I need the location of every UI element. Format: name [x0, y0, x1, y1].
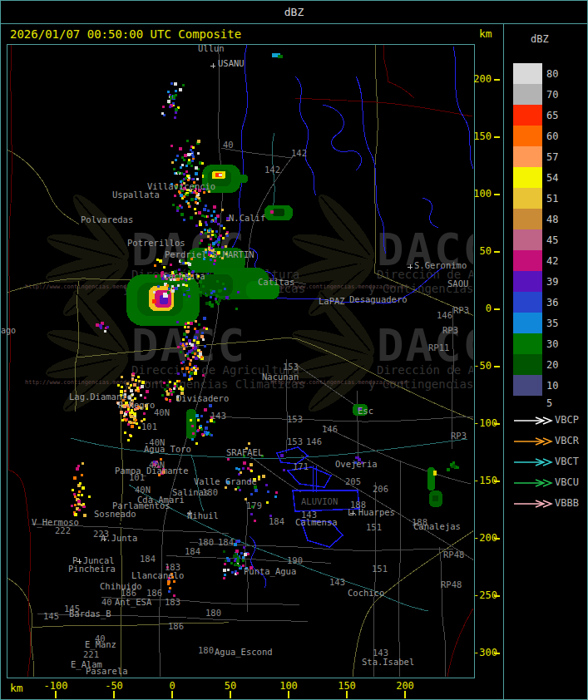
x-tick — [55, 691, 57, 698]
map-label: 143 — [329, 577, 345, 587]
map-label: RP3 — [451, 431, 467, 441]
map-label: Nacunan — [262, 372, 299, 382]
map-label: RP3 — [453, 305, 469, 315]
map-label: 142 — [264, 165, 280, 175]
map-label: 151 — [372, 564, 388, 574]
timestamp-label: 2026/01/07 00:50:00 UTC Composite — [10, 27, 241, 41]
map-label: RP3 — [442, 325, 458, 335]
scale-value-label: 10 — [546, 380, 558, 392]
vector-label: VBBB — [555, 497, 579, 509]
x-tick — [171, 691, 173, 698]
scale-value-label: 48 — [546, 214, 558, 225]
map-label: 40 — [101, 597, 112, 607]
scale-swatch — [513, 126, 542, 146]
map-label: Sta.Isabel — [362, 657, 414, 667]
map-label: L.Huarpes — [348, 507, 395, 517]
map-label: ALUVION — [301, 496, 338, 506]
y-tick-label: 100 — [473, 188, 492, 200]
x-tick — [230, 691, 231, 698]
map-label: Desaguadero — [349, 294, 408, 304]
map-label: 184 — [185, 546, 200, 556]
scale-swatch — [513, 292, 542, 313]
y-tick — [494, 136, 500, 138]
map-label: 206 — [373, 484, 388, 494]
map-label: Ant_ESA — [115, 597, 152, 608]
y-tick — [494, 423, 500, 425]
y-tick — [494, 653, 500, 654]
x-tick — [346, 691, 348, 698]
map-label: 221 — [83, 649, 99, 659]
map-canvas[interactable]: DACCDirección de Agriculturay Contingenc… — [7, 45, 473, 680]
y-tick — [494, 538, 500, 540]
scale-value-label: 30 — [546, 338, 558, 350]
scale-swatch — [513, 250, 542, 271]
map-label: LaPAZ — [319, 296, 345, 306]
scale-value-label: 54 — [546, 172, 558, 184]
scale-swatch — [513, 167, 542, 188]
map-label: 143 — [210, 411, 226, 421]
map-label: USANU — [218, 58, 245, 68]
map-label: Punta_Agua — [244, 566, 296, 577]
map-label: Ovejeria — [335, 459, 378, 469]
y-tick — [494, 595, 500, 597]
map-label: 153 — [287, 436, 303, 446]
y-tick — [494, 308, 500, 310]
edge-label: ago — [1, 326, 16, 335]
scale-value-label: 60 — [546, 131, 558, 142]
map-label: SAOU — [447, 279, 468, 288]
map-label: 184 — [218, 537, 234, 547]
scale-swatch — [513, 354, 542, 375]
scale-value-label: 42 — [546, 255, 558, 267]
vector-arrow-icon — [513, 457, 553, 468]
y-tick-label: 0 — [473, 303, 492, 314]
watermark-url: http://www.contingencias.mendoza.gov.ar — [25, 379, 161, 386]
map-label: 171 — [293, 461, 309, 471]
map-label: Perdriel — [165, 249, 207, 259]
vector-label: VBCP — [555, 414, 579, 426]
x-tick — [113, 691, 115, 698]
map-label: Agua_Escond — [215, 647, 273, 658]
map-label: Canalejas — [413, 521, 461, 531]
map-label: RP48 — [443, 550, 464, 560]
map-label: Pasarela — [86, 666, 128, 676]
vector-arrow-icon — [513, 416, 553, 426]
svg-text:Dirección de Agricultura: Dirección de Agricultura — [377, 363, 473, 377]
map-label: 184 — [269, 516, 284, 526]
scale-swatch — [513, 271, 542, 292]
vector-legend-row: VBCU — [513, 476, 586, 488]
y-tick-label: 200 — [473, 73, 492, 85]
x-tick-label: 200 — [387, 680, 423, 692]
map-label: 179 — [246, 500, 262, 510]
y-tick-label: -50 — [473, 360, 492, 372]
scale-value-label: 70 — [546, 89, 558, 101]
y-tick-label: -150 — [473, 475, 492, 486]
map-label: S.Geronimo — [414, 260, 467, 270]
x-tick-label: -100 — [37, 680, 74, 692]
y-tick-label: 50 — [473, 245, 492, 257]
map-label: RP48 — [441, 579, 462, 589]
map-label: 101 — [129, 472, 145, 482]
scale-value-label: 65 — [546, 110, 558, 121]
scale-swatch — [513, 229, 542, 250]
map-label: 40 — [223, 140, 234, 150]
x-tick-label: 50 — [212, 680, 249, 692]
map-label: 142 — [291, 148, 307, 158]
map-label: 183 — [165, 597, 180, 607]
map-label: Nihuil — [187, 510, 219, 520]
map-label: 145 — [43, 611, 59, 621]
y-tick-label: 150 — [473, 131, 492, 142]
scale-swatch — [513, 375, 542, 396]
y-tick-label: -300 — [473, 647, 492, 658]
scale-swatch — [513, 84, 542, 105]
map-label: 40 — [95, 633, 106, 643]
vector-arrow-icon — [513, 436, 553, 447]
scale-value-label: 20 — [546, 359, 558, 371]
map-label: 180 — [205, 608, 221, 618]
y-tick — [494, 79, 500, 81]
map-label: Pampa_Diamante — [115, 466, 189, 476]
map-label: 153 — [283, 362, 299, 372]
map-label: 180 — [202, 487, 218, 497]
scale-swatch — [513, 63, 542, 84]
x-tick-label: 100 — [270, 680, 307, 692]
map-label: 151 — [366, 522, 382, 532]
